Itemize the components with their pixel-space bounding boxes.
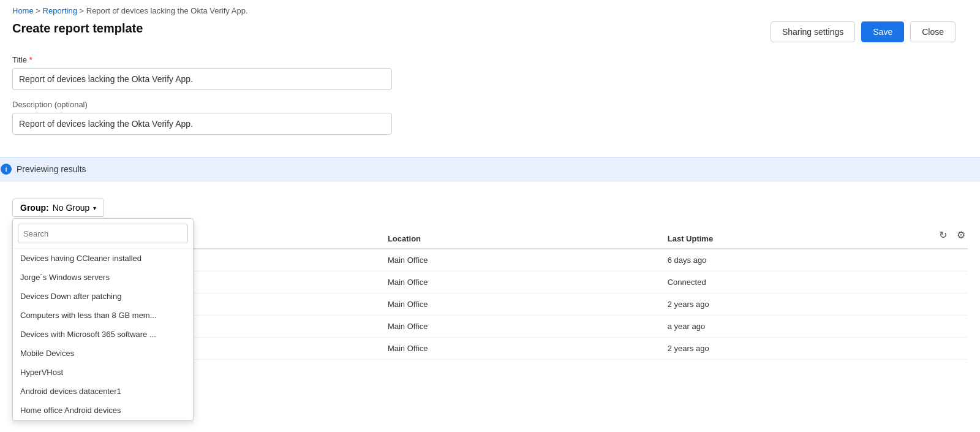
refresh-icon: ↻ [939,230,947,240]
group-dropdown-menu: Devices having CCleaner installedJorge´s… [12,218,194,421]
title-label: Title * [12,55,968,64]
page-header: Create report template Sharing settings … [12,21,968,45]
dropdown-list: Devices having CCleaner installedJorge´s… [13,249,193,420]
table-column-header: Location [380,229,660,249]
refresh-button[interactable]: ↻ [937,227,949,243]
save-button[interactable]: Save [861,21,904,42]
table-cell-lastUptime: 2 years ago [660,294,968,316]
description-input[interactable] [12,113,392,135]
group-dropdown-container: Group: No Group ▾ Devices having CCleane… [12,199,104,217]
table-cell-location: Main Office [380,338,660,360]
description-label: Description (optional) [12,100,968,109]
table-cell-location: Main Office [380,294,660,316]
table-cell-lastUptime: a year ago [660,316,968,338]
table-cell-location: Main Office [380,316,660,338]
dropdown-item[interactable]: Devices having CCleaner installed [13,249,193,268]
breadcrumb-home[interactable]: Home [12,6,34,15]
dropdown-item[interactable]: HyperVHost [13,363,193,382]
chevron-down-icon: ▾ [93,205,96,211]
header-actions: Sharing settings Save Close [771,21,956,42]
dropdown-search-container [13,219,193,249]
table-cell-lastUptime: Connected [660,271,968,294]
settings-icon: ⚙ [957,230,965,240]
group-dropdown-button[interactable]: Group: No Group ▾ [12,199,104,217]
group-label: Group: [20,203,49,213]
title-input[interactable] [12,68,392,90]
breadcrumb-current: Report of devices lacking the Okta Verif… [86,6,248,15]
dropdown-item[interactable]: Devices Down after patching [13,287,193,306]
preview-banner: i Previewing results [0,157,980,181]
breadcrumb-reporting[interactable]: Reporting [43,6,77,15]
group-selected-value: No Group [53,203,90,213]
title-section: Title * [12,55,968,90]
close-button[interactable]: Close [910,21,956,42]
dropdown-item[interactable]: Mobile Devices [13,344,193,363]
table-column-header: Last Uptime [660,229,968,249]
page-title: Create report template [12,21,143,36]
dropdown-item[interactable]: Computers with less than 8 GB mem... [13,306,193,325]
search-input[interactable] [18,224,188,243]
dropdown-item[interactable]: Home office Android devices [13,401,193,420]
description-section: Description (optional) [12,100,968,135]
dropdown-item[interactable]: Android devices datacenter1 [13,382,193,401]
table-cell-lastUptime: 6 days ago [660,249,968,271]
info-icon: i [1,164,12,175]
preview-banner-text: Previewing results [17,164,86,174]
settings-button[interactable]: ⚙ [954,227,968,243]
dropdown-item[interactable]: Devices with Microsoft 365 software ... [13,325,193,344]
sharing-settings-button[interactable]: Sharing settings [771,21,855,42]
table-cell-lastUptime: 2 years ago [660,338,968,360]
dropdown-item[interactable]: Jorge´s Windows servers [13,268,193,287]
table-toolbar: ↻ ⚙ [937,227,968,243]
breadcrumb: Home > Reporting > Report of devices lac… [0,0,980,21]
table-cell-location: Main Office [380,249,660,271]
table-cell-location: Main Office [380,271,660,294]
